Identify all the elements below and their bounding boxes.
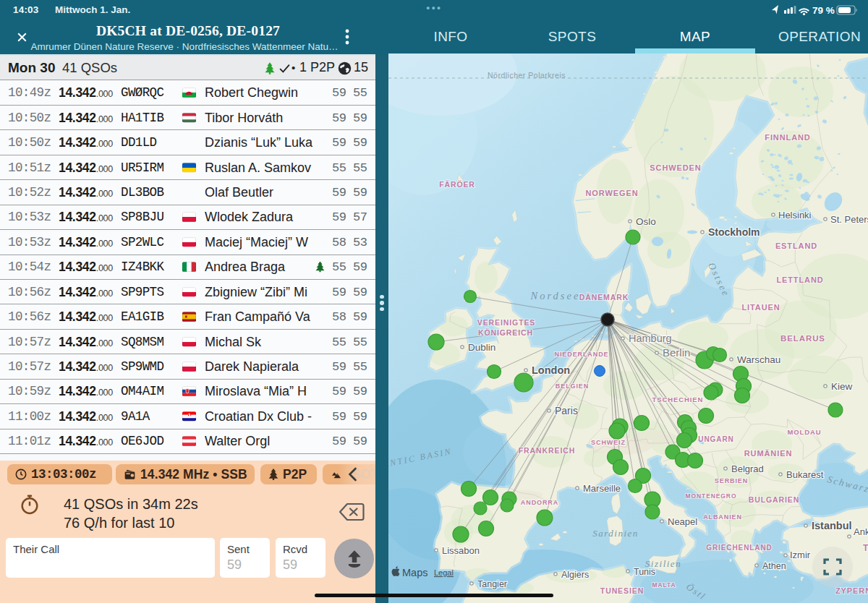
svg-text:TUNESIEN: TUNESIEN [600, 586, 644, 595]
svg-text:TÜ: TÜ [863, 542, 868, 553]
svg-text:Stockholm: Stockholm [708, 226, 760, 238]
svg-text:Anka: Anka [854, 526, 868, 537]
svg-text:SERBIEN: SERBIEN [715, 477, 748, 484]
svg-text:Tangier: Tangier [477, 579, 507, 589]
svg-text:DÄNEMARK: DÄNEMARK [579, 293, 629, 302]
svg-text:KÖNIGREICH: KÖNIGREICH [478, 328, 533, 337]
svg-text:Helsinki: Helsinki [778, 210, 812, 221]
svg-text:Hamburg: Hamburg [629, 333, 672, 344]
svg-text:Istanbul: Istanbul [812, 520, 852, 531]
svg-text:SCHWEIZ: SCHWEIZ [591, 439, 626, 446]
svg-text:Neapel: Neapel [668, 516, 697, 527]
svg-text:NORWEGEN: NORWEGEN [585, 189, 638, 197]
svg-text:Belgrad: Belgrad [731, 463, 764, 474]
svg-text:TSCHECHIEN: TSCHECHIEN [652, 395, 704, 403]
svg-text:Algiers: Algiers [561, 570, 589, 580]
svg-text:Oslo: Oslo [636, 216, 656, 227]
svg-text:London: London [532, 364, 570, 376]
svg-text:FRANKREICH: FRANKREICH [519, 446, 575, 455]
svg-text:Dublin: Dublin [468, 342, 495, 353]
svg-text:UNGARN: UNGARN [698, 435, 733, 443]
svg-text:Berlin: Berlin [663, 346, 690, 359]
svg-text:LETTLAND: LETTLAND [776, 275, 823, 284]
svg-text:FÄRÖER: FÄRÖER [439, 180, 475, 189]
svg-text:Izmir: Izmir [790, 549, 811, 560]
svg-text:LITAUEN: LITAUEN [741, 303, 780, 312]
svg-text:Bukarest: Bukarest [786, 469, 824, 480]
svg-text:Warschau: Warschau [737, 354, 780, 365]
svg-text:Lissabon: Lissabon [442, 545, 480, 556]
svg-text:Marseille: Marseille [583, 483, 621, 494]
svg-text:Kiew: Kiew [831, 381, 853, 392]
svg-text:ESTLAND: ESTLAND [775, 241, 817, 250]
svg-text:Nördlicher Polarkreis: Nördlicher Polarkreis [488, 71, 566, 80]
svg-text:RUMÄNIEN: RUMÄNIEN [744, 449, 792, 458]
svg-text:Sizilien: Sizilien [645, 558, 681, 569]
svg-text:FINNLAND: FINNLAND [765, 133, 810, 142]
svg-text:NIEDERLANDE: NIEDERLANDE [555, 351, 609, 358]
svg-text:ANDORRA: ANDORRA [521, 499, 558, 506]
svg-text:Maps: Maps [402, 567, 427, 578]
svg-text:St. Petersb: St. Petersb [830, 214, 868, 225]
svg-text:SCHWEDEN: SCHWEDEN [650, 163, 701, 172]
svg-text:Sardinien: Sardinien [592, 528, 639, 539]
svg-text:Legal: Legal [434, 568, 454, 577]
svg-text:MOLDAU: MOLDAU [787, 428, 821, 436]
svg-text:VEREINIGTES: VEREINIGTES [477, 318, 536, 327]
svg-text:Nordsee: Nordsee [530, 290, 581, 302]
svg-text:MONTENEGRO: MONTENEGRO [686, 492, 737, 500]
svg-text:MALTA: MALTA [652, 581, 676, 589]
svg-text:BULGARIEN: BULGARIEN [749, 495, 800, 504]
svg-text:Athen: Athen [762, 561, 786, 571]
svg-text:Paris: Paris [555, 405, 578, 416]
svg-text:BELGIEN: BELGIEN [556, 382, 589, 390]
svg-text:ZYPERN: ZYPERN [835, 586, 868, 595]
svg-text:ALBANIEN: ALBANIEN [703, 513, 742, 521]
svg-text:BELARUS: BELARUS [780, 334, 825, 343]
svg-text:GRIECHENLAND: GRIECHENLAND [706, 544, 772, 552]
